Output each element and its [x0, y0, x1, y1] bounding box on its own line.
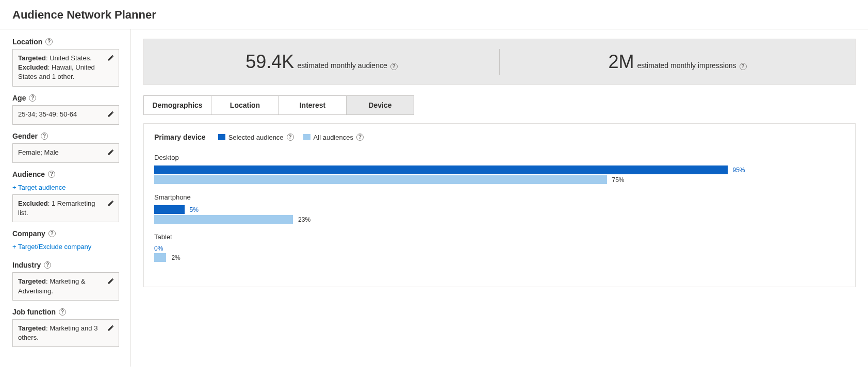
tab-interest[interactable]: Interest [279, 95, 347, 115]
section-industry: Industry ? Targeted: Marketing & Adverti… [12, 261, 119, 300]
add-target-audience-link[interactable]: + Target audience [12, 184, 65, 191]
add-company-link[interactable]: + Target/Exclude company [12, 243, 91, 251]
panel-title: Primary device [154, 133, 206, 141]
help-icon[interactable]: ? [41, 132, 48, 140]
help-icon[interactable]: ? [44, 261, 51, 269]
content-area: 59.4K estimated monthly audience ? 2M es… [131, 29, 868, 367]
location-targeted-label: Targeted [18, 54, 46, 62]
industry-targeted-label: Targeted [18, 277, 46, 285]
bar-chart: Desktop95%75%Smartphone5%23%Tablet0%2% [154, 154, 845, 262]
industry-card[interactable]: Targeted: Marketing & Advertising. [12, 272, 119, 300]
help-icon[interactable]: ? [740, 63, 747, 70]
help-icon[interactable]: ? [48, 230, 56, 237]
bar-group: Smartphone5%23% [154, 193, 845, 224]
section-audience: Audience ? + Target audience Excluded: 1… [12, 170, 119, 222]
bar-value-selected: 5% [190, 206, 199, 213]
pencil-icon[interactable] [107, 110, 113, 120]
help-icon[interactable]: ? [29, 94, 36, 102]
pencil-icon[interactable] [107, 54, 113, 64]
pencil-icon[interactable] [107, 324, 113, 334]
main-container: Location ? Targeted: United States. Excl… [0, 29, 868, 367]
sidebar: Location ? Targeted: United States. Excl… [0, 29, 131, 367]
bar-all [154, 253, 166, 262]
audience-card[interactable]: Excluded: 1 Remarketing list. [12, 194, 119, 222]
help-icon[interactable]: ? [390, 63, 398, 70]
location-card[interactable]: Targeted: United States. Excluded: Hawai… [12, 49, 119, 87]
audience-excluded-label: Excluded [18, 200, 48, 207]
age-value: 25-34; 35-49; 50-64 [18, 110, 103, 119]
legend-selected-label: Selected audience [228, 134, 284, 141]
pencil-icon[interactable] [107, 199, 113, 209]
pencil-icon[interactable] [107, 277, 113, 287]
bar-selected [154, 165, 728, 174]
section-company: Company ? + Target/Exclude company [12, 229, 119, 254]
summary-audience: 59.4K estimated monthly audience ? [144, 51, 499, 73]
industry-heading: Industry [12, 261, 41, 269]
bar-value-all: 75% [612, 176, 625, 184]
section-job-function: Job function ? Targeted: Marketing and 3… [12, 308, 119, 347]
bar-value-all: 2% [171, 254, 180, 261]
tab-strip: Demographics Location Interest Device [143, 95, 414, 115]
job-function-card[interactable]: Targeted: Marketing and 3 others. [12, 319, 119, 347]
bar-group: Desktop95%75% [154, 154, 845, 184]
legend-all-label: All audiences [314, 134, 353, 141]
age-card[interactable]: 25-34; 35-49; 50-64 [12, 105, 119, 125]
section-gender: Gender ? Female; Male [12, 132, 119, 163]
section-location: Location ? Targeted: United States. Excl… [12, 38, 119, 87]
company-heading: Company [12, 229, 45, 238]
help-icon[interactable]: ? [48, 171, 55, 178]
age-heading: Age [12, 94, 26, 102]
tab-device[interactable]: Device [347, 95, 414, 115]
help-icon[interactable]: ? [287, 134, 294, 141]
summary-impressions-value: 2M [608, 51, 634, 73]
page-title: Audience Network Planner [0, 0, 868, 29]
summary-box: 59.4K estimated monthly audience ? 2M es… [143, 39, 856, 85]
swatch-selected-icon [218, 134, 225, 140]
panel-header: Primary device Selected audience ? All a… [154, 133, 845, 141]
bar-group: Tablet0%2% [154, 233, 845, 262]
bar-value-selected: 0% [154, 245, 845, 252]
section-age: Age ? 25-34; 35-49; 50-64 [12, 94, 119, 125]
gender-heading: Gender [12, 132, 38, 140]
location-excluded-label: Excluded [18, 63, 48, 71]
bar-category-label: Tablet [154, 233, 845, 241]
location-targeted-value: : United States. [46, 54, 92, 62]
bar-value-selected: 95% [733, 167, 745, 174]
help-icon[interactable]: ? [45, 38, 53, 45]
location-heading: Location [12, 38, 42, 46]
summary-audience-label: estimated monthly audience [297, 61, 387, 70]
legend-selected: Selected audience ? [218, 134, 294, 141]
gender-card[interactable]: Female; Male [12, 143, 119, 163]
gender-value: Female; Male [18, 148, 103, 157]
bar-all [154, 215, 293, 224]
legend-all: All audiences ? [303, 134, 364, 141]
summary-audience-value: 59.4K [245, 51, 294, 73]
audience-heading: Audience [12, 170, 45, 178]
bar-category-label: Smartphone [154, 193, 845, 201]
summary-impressions-label: estimated monthly impressions [637, 61, 736, 70]
bar-selected [154, 205, 185, 214]
tab-location[interactable]: Location [211, 95, 279, 115]
bar-category-label: Desktop [154, 154, 845, 161]
help-icon[interactable]: ? [356, 134, 364, 141]
job-function-targeted-label: Targeted [18, 324, 46, 332]
swatch-all-icon [303, 134, 310, 140]
tab-demographics[interactable]: Demographics [143, 95, 211, 115]
location-card-body: Targeted: United States. Excluded: Hawai… [18, 54, 103, 82]
job-function-heading: Job function [12, 308, 56, 316]
help-icon[interactable]: ? [59, 308, 66, 316]
summary-impressions: 2M estimated monthly impressions ? [500, 51, 855, 73]
pencil-icon[interactable] [107, 148, 113, 158]
bar-value-all: 23% [298, 216, 310, 223]
bar-all [154, 175, 607, 184]
device-panel: Primary device Selected audience ? All a… [143, 123, 856, 287]
